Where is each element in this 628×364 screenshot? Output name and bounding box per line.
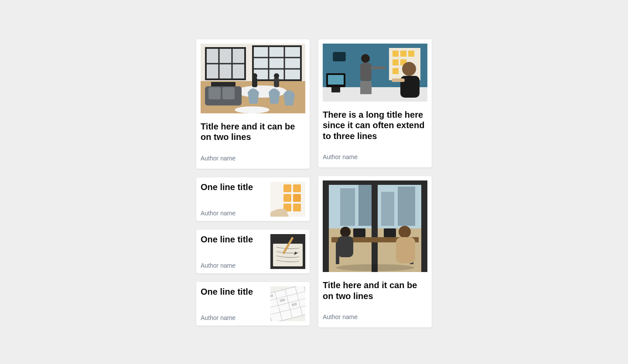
svg-rect-53 (392, 59, 399, 65)
card-author: Author name (323, 153, 427, 160)
svg-rect-82 (396, 237, 415, 263)
svg-rect-22 (283, 184, 291, 192)
card-thumbnail (270, 182, 305, 217)
svg-rect-73 (323, 180, 427, 185)
svg-rect-51 (400, 51, 406, 57)
svg-rect-14 (208, 87, 221, 99)
svg-point-61 (402, 62, 416, 76)
article-card[interactable]: There is a long title here since it can … (318, 39, 432, 167)
article-card[interactable]: Title here and it can be on two lines Au… (196, 39, 310, 169)
svg-rect-44 (333, 52, 345, 61)
article-card[interactable]: One line title Author name (196, 282, 310, 326)
card-title: Title here and it can be on two lines (323, 280, 427, 301)
svg-rect-68 (381, 192, 394, 226)
svg-rect-78 (384, 228, 396, 237)
right-column: There is a long title here since it can … (318, 39, 432, 327)
svg-rect-52 (408, 51, 414, 57)
svg-rect-33 (270, 286, 305, 321)
svg-point-83 (336, 264, 414, 271)
svg-rect-24 (283, 194, 291, 202)
svg-point-57 (361, 54, 370, 63)
card-title: One line title (201, 286, 253, 297)
card-title: One line title (201, 234, 253, 245)
card-author: Author name (201, 210, 253, 217)
card-image (323, 44, 427, 102)
article-card[interactable]: One line title Author name (196, 177, 310, 221)
svg-rect-25 (293, 194, 301, 202)
svg-rect-18 (274, 78, 279, 87)
svg-rect-77 (353, 228, 365, 237)
card-author: Author name (323, 313, 427, 320)
article-card[interactable]: Title here and it can be on two lines Au… (318, 176, 432, 327)
svg-rect-47 (328, 75, 344, 85)
card-title: There is a long title here since it can … (323, 109, 427, 141)
card-author: Author name (201, 155, 305, 162)
card-author: Author name (201, 262, 253, 269)
svg-rect-59 (360, 81, 372, 94)
article-card[interactable]: One line title Author name (196, 230, 310, 273)
left-column: Title here and it can be on two lines Au… (196, 39, 310, 327)
svg-point-79 (340, 227, 351, 237)
card-author: Author name (201, 314, 253, 321)
svg-point-81 (399, 226, 411, 238)
svg-rect-69 (398, 187, 415, 226)
card-grid: Title here and it can be on two lines Au… (196, 39, 432, 327)
card-title: One line title (201, 182, 253, 192)
svg-rect-66 (340, 188, 355, 226)
svg-rect-23 (293, 184, 301, 192)
svg-rect-63 (392, 78, 405, 82)
svg-point-20 (235, 106, 270, 113)
svg-rect-72 (421, 180, 427, 272)
card-thumbnail (270, 234, 305, 269)
svg-rect-71 (372, 180, 378, 272)
card-thumbnail (270, 286, 305, 321)
svg-point-19 (274, 73, 279, 78)
svg-rect-55 (392, 68, 399, 74)
card-image (323, 180, 427, 272)
svg-rect-58 (360, 63, 372, 81)
svg-rect-50 (392, 51, 399, 57)
svg-rect-70 (323, 180, 329, 272)
card-image (201, 44, 305, 113)
svg-rect-27 (293, 204, 301, 211)
svg-rect-16 (252, 78, 257, 87)
svg-rect-12 (211, 82, 236, 86)
svg-rect-48 (331, 87, 340, 92)
svg-rect-80 (338, 236, 353, 257)
svg-rect-60 (371, 66, 386, 69)
card-title: Title here and it can be on two lines (201, 121, 305, 143)
svg-point-17 (252, 73, 257, 78)
svg-rect-15 (222, 87, 235, 99)
